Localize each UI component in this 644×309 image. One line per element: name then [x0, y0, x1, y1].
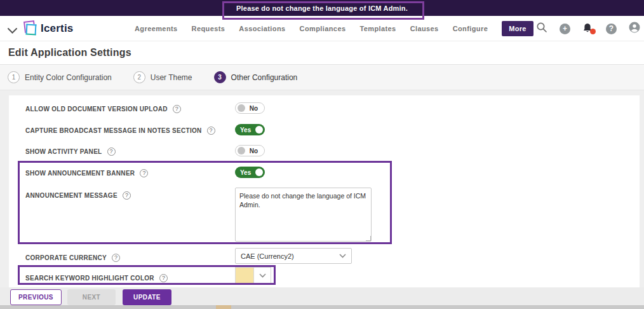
show-activity-row: SHOW ACTIVITY PANEL ? — [25, 146, 116, 157]
help-icon[interactable]: ? — [606, 24, 617, 34]
toggle-knob — [238, 104, 245, 112]
corporate-currency-row: CORPORATE CURRENCY ? — [25, 252, 120, 263]
show-announcement-row: SHOW ANNOUNCEMENT BANNER ? — [25, 167, 148, 179]
help-icon[interactable]: ? — [123, 191, 131, 200]
highlight-color-row: SEARCH KEYWORD HIGHLIGHT COLOR ? — [25, 272, 168, 284]
nav-item-agreements[interactable]: Agreements — [135, 25, 178, 32]
nav-menu: Agreements Requests Associations Complia… — [135, 16, 533, 41]
corporate-currency-label: CORPORATE CURRENCY — [25, 254, 107, 261]
step-2-label: User Theme — [151, 73, 192, 82]
step-1-circle: 1 — [8, 71, 20, 83]
allow-old-doc-row: ALLOW OLD DOCUMENT VERSION UPLOAD ? — [25, 103, 181, 114]
profile-icon[interactable] — [629, 22, 640, 36]
toggle-state-label: No — [250, 148, 258, 154]
toggle-state-label: Yes — [240, 127, 251, 134]
corporate-currency-select[interactable]: CAE (Currency2) — [235, 248, 352, 264]
nav-item-associations[interactable]: Associations — [239, 25, 285, 32]
announcement-message-row: ANNOUNCEMENT MESSAGE ? — [25, 189, 131, 201]
chevron-down-icon[interactable] — [8, 25, 17, 36]
brand-name: Icertis — [41, 22, 74, 35]
allow-old-doc-toggle[interactable]: No — [235, 102, 265, 114]
chevron-down-icon[interactable] — [254, 267, 271, 284]
nav-item-configure[interactable]: Configure — [453, 25, 488, 32]
help-icon[interactable]: ? — [159, 274, 168, 282]
step-entity-color-configuration[interactable]: 1 Entity Color Configuration — [8, 71, 112, 83]
color-swatch[interactable] — [235, 267, 254, 284]
corporate-currency-value: CAE (Currency2) — [241, 252, 294, 260]
highlight-color-label: SEARCH KEYWORD HIGHLIGHT COLOR — [25, 275, 154, 282]
help-icon[interactable]: ? — [173, 105, 181, 113]
toggle-knob — [255, 168, 263, 176]
icm-admin-app: Please do not change the language of ICM… — [0, 0, 644, 309]
help-icon[interactable]: ? — [112, 254, 120, 262]
title-bar: Edit Application Settings — [0, 41, 644, 65]
nav-item-compliances[interactable]: Compliances — [300, 25, 346, 32]
help-icon[interactable]: ? — [140, 169, 148, 177]
allow-old-doc-label: ALLOW OLD DOCUMENT VERSION UPLOAD — [25, 106, 168, 113]
nav-item-templates[interactable]: Templates — [359, 25, 396, 32]
step-other-configuration[interactable]: 3 Other Configuration — [214, 71, 298, 83]
more-button[interactable]: More — [502, 21, 533, 36]
announcement-banner: Please do not change the language of ICM… — [0, 0, 644, 16]
step-2-circle: 2 — [133, 71, 145, 83]
chevron-down-icon — [339, 254, 346, 258]
toggle-knob — [255, 126, 263, 134]
search-icon[interactable] — [536, 22, 547, 36]
toggle-state-label: No — [250, 105, 258, 112]
announcement-message-label: ANNOUNCEMENT MESSAGE — [25, 192, 117, 199]
show-activity-label: SHOW ACTIVITY PANEL — [25, 148, 102, 155]
notifications-bell-icon[interactable] — [582, 23, 594, 34]
help-icon[interactable]: ? — [107, 148, 116, 156]
wizard-steps: 1 Entity Color Configuration 2 User Them… — [0, 65, 644, 90]
show-activity-toggle[interactable]: No — [235, 145, 265, 156]
toggle-knob — [238, 147, 245, 154]
icertis-logo[interactable]: Icertis — [24, 20, 94, 38]
top-nav: Icertis Agreements Requests Associations… — [0, 16, 644, 41]
capture-broadcast-row: CAPTURE BROADCAST MESSAGE IN NOTES SECTI… — [25, 125, 215, 136]
show-announcement-toggle[interactable]: Yes — [235, 167, 265, 178]
horizontal-scrollbar[interactable] — [0, 305, 644, 309]
step-3-circle: 3 — [214, 71, 226, 83]
nav-item-clauses[interactable]: Clauses — [410, 25, 439, 32]
step-1-label: Entity Color Configuration — [25, 73, 112, 82]
nav-icon-group: + ? — [536, 16, 640, 41]
scrollbar-mark — [216, 305, 231, 309]
step-3-label: Other Configuration — [231, 73, 298, 82]
previous-button[interactable]: PREVIOUS — [10, 289, 62, 305]
add-icon[interactable]: + — [560, 24, 570, 34]
help-icon[interactable]: ? — [207, 127, 215, 135]
toggle-state-label: Yes — [240, 169, 251, 176]
show-announcement-label: SHOW ANNOUNCEMENT BANNER — [25, 170, 135, 177]
nav-item-requests[interactable]: Requests — [192, 25, 225, 32]
wizard-footer: PREVIOUS NEXT UPDATE — [0, 287, 644, 305]
announcement-message-input[interactable]: Please do not change the language of ICM… — [235, 188, 372, 242]
settings-card: ALLOW OLD DOCUMENT VERSION UPLOAD ? No C… — [9, 95, 640, 287]
logo-square-front-icon — [26, 24, 37, 36]
update-button[interactable]: UPDATE — [123, 289, 171, 305]
step-user-theme[interactable]: 2 User Theme — [133, 71, 192, 83]
highlight-color-picker[interactable] — [235, 267, 271, 284]
notification-badge — [590, 29, 596, 34]
next-button[interactable]: NEXT — [67, 289, 116, 305]
capture-broadcast-toggle[interactable]: Yes — [235, 124, 265, 135]
capture-broadcast-label: CAPTURE BROADCAST MESSAGE IN NOTES SECTI… — [25, 127, 202, 134]
announcement-banner-text: Please do not change the language of ICM… — [236, 4, 408, 12]
page-title: Edit Application Settings — [8, 47, 131, 58]
